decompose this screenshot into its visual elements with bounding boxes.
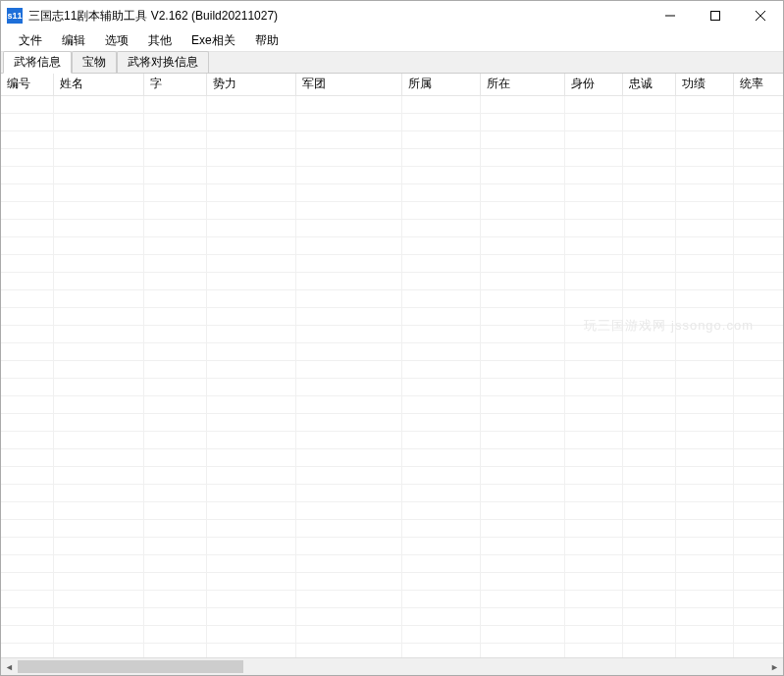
menu-edit[interactable]: 编辑 [52,30,95,51]
table-row[interactable] [1,554,783,572]
table-row[interactable] [1,484,783,501]
table-cell [481,272,565,289]
table-cell [401,643,481,657]
column-header[interactable]: 所在 [481,74,565,95]
menu-options[interactable]: 选项 [95,30,138,51]
table-cell [143,448,206,466]
table-row[interactable] [1,537,783,554]
table-cell [296,484,401,501]
table-cell [143,625,206,643]
table-cell [734,466,783,484]
table-cell [676,572,734,590]
maximize-button[interactable] [693,1,738,30]
table-row[interactable] [1,448,783,466]
table-row[interactable] [1,360,783,378]
scroll-right-arrow-icon[interactable]: ► [766,658,783,675]
table-cell [206,448,295,466]
table-cell [481,431,565,448]
table-cell [734,95,783,113]
table-cell [54,378,143,395]
table-row[interactable] [1,395,783,413]
table-cell [143,484,206,501]
menu-file[interactable]: 文件 [9,30,52,51]
table-row[interactable] [1,95,783,113]
scroll-track[interactable] [18,658,766,675]
table-row[interactable] [1,643,783,657]
table-cell [1,219,54,236]
column-header[interactable]: 字 [143,74,206,95]
table-cell [481,501,565,519]
table-row[interactable] [1,607,783,625]
table-row[interactable] [1,307,783,325]
table-cell [1,607,54,625]
table-wrapper[interactable]: 编号姓名字势力军团所属所在身份忠诚功绩统率武力 [1,74,783,657]
table-cell [734,625,783,643]
table-cell [206,378,295,395]
table-row[interactable] [1,219,783,236]
tab-swap-info[interactable]: 武将对换信息 [117,51,209,73]
table-cell [623,183,676,201]
table-cell [623,537,676,554]
table-row[interactable] [1,572,783,590]
table-row[interactable] [1,148,783,166]
table-cell [565,113,623,130]
table-cell [401,484,481,501]
column-header[interactable]: 姓名 [54,74,143,95]
table-cell [143,537,206,554]
table-cell [54,166,143,183]
table-cell [1,289,54,307]
menu-help[interactable]: 帮助 [245,30,288,51]
table-cell [401,466,481,484]
table-cell [143,113,206,130]
column-header[interactable]: 军团 [296,74,401,95]
column-header[interactable]: 身份 [565,74,623,95]
table-row[interactable] [1,413,783,431]
menu-exe[interactable]: Exe相关 [182,30,245,51]
table-row[interactable] [1,325,783,342]
table-row[interactable] [1,272,783,289]
close-button[interactable] [738,1,783,30]
table-row[interactable] [1,501,783,519]
table-cell [206,537,295,554]
table-row[interactable] [1,113,783,130]
table-cell [206,113,295,130]
table-row[interactable] [1,254,783,272]
table-row[interactable] [1,466,783,484]
table-row[interactable] [1,431,783,448]
table-row[interactable] [1,166,783,183]
table-row[interactable] [1,289,783,307]
scroll-left-arrow-icon[interactable]: ◄ [1,658,18,675]
table-cell [1,537,54,554]
menu-other[interactable]: 其他 [138,30,182,51]
column-header[interactable]: 功绩 [676,74,734,95]
table-row[interactable] [1,236,783,254]
horizontal-scrollbar[interactable]: ◄ ► [1,657,783,675]
table-cell [296,113,401,130]
column-header[interactable]: 所属 [401,74,481,95]
tab-general-info[interactable]: 武将信息 [3,51,72,74]
table-cell [676,537,734,554]
tab-treasure[interactable]: 宝物 [72,51,117,73]
table-cell [676,431,734,448]
table-cell [676,519,734,537]
table-cell [734,219,783,236]
column-header[interactable]: 编号 [1,74,54,95]
table-row[interactable] [1,183,783,201]
table-row[interactable] [1,342,783,360]
scroll-thumb[interactable] [18,660,243,673]
table-cell [481,201,565,219]
table-cell [565,236,623,254]
table-row[interactable] [1,378,783,395]
column-header[interactable]: 忠诚 [623,74,676,95]
table-cell [143,289,206,307]
table-row[interactable] [1,590,783,607]
table-row[interactable] [1,201,783,219]
column-header[interactable]: 统率 [734,74,783,95]
table-cell [676,236,734,254]
column-header[interactable]: 势力 [206,74,295,95]
minimize-button[interactable] [648,1,693,30]
table-row[interactable] [1,625,783,643]
table-row[interactable] [1,130,783,148]
table-cell [1,378,54,395]
table-row[interactable] [1,519,783,537]
